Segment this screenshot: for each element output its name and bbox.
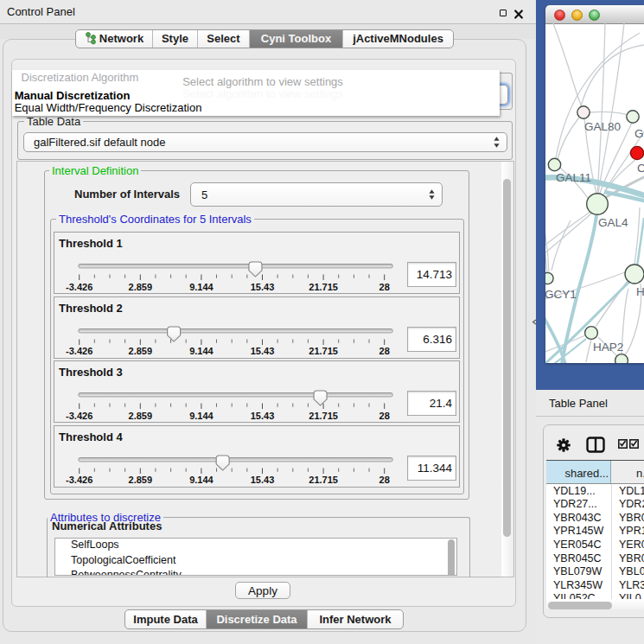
svg-text:G.: G. xyxy=(634,127,644,140)
svg-text:GAL80: GAL80 xyxy=(584,120,621,133)
svg-text:GAL4: GAL4 xyxy=(598,216,628,229)
svg-text:H: H xyxy=(636,285,644,298)
svg-text:C: C xyxy=(637,162,644,175)
svg-text:GAL11: GAL11 xyxy=(556,171,591,184)
svg-text:HAP2: HAP2 xyxy=(593,341,623,354)
svg-text:GCY1: GCY1 xyxy=(545,288,577,301)
